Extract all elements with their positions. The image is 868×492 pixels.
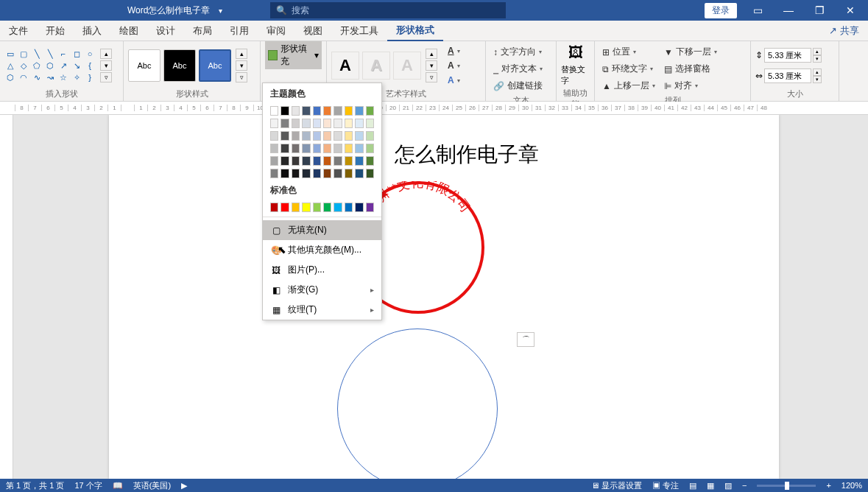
color-swatch[interactable] bbox=[334, 144, 342, 153]
color-swatch[interactable] bbox=[355, 106, 363, 116]
color-swatch[interactable] bbox=[355, 169, 363, 178]
style-preset-2[interactable]: Abc bbox=[163, 49, 196, 82]
color-swatch[interactable] bbox=[313, 203, 321, 212]
color-swatch[interactable] bbox=[292, 106, 300, 116]
color-swatch[interactable] bbox=[302, 203, 310, 212]
color-swatch[interactable] bbox=[345, 106, 353, 116]
height-down[interactable]: ▾ bbox=[813, 55, 822, 63]
color-swatch[interactable] bbox=[334, 119, 342, 128]
color-swatch[interactable] bbox=[313, 106, 321, 116]
layout-options-icon[interactable]: ⌒ bbox=[517, 332, 534, 347]
color-swatch[interactable] bbox=[366, 156, 374, 166]
color-swatch[interactable] bbox=[323, 119, 331, 128]
wordart-more[interactable]: ▴▾▿ bbox=[426, 49, 437, 82]
style-preset-3[interactable]: Abc bbox=[199, 49, 231, 82]
title-dropdown-icon[interactable]: ▾ bbox=[219, 7, 222, 15]
color-swatch[interactable] bbox=[355, 131, 363, 141]
page-indicator[interactable]: 第 1 页，共 1 页 bbox=[6, 480, 64, 491]
selection-pane-button[interactable]: ▤选择窗格 bbox=[661, 61, 720, 77]
picture-fill-item[interactable]: 🖼 图片(P)... bbox=[263, 260, 381, 280]
shapes-gallery[interactable]: ▭▢╲╲⌐◻○ △◇⬠⬡↗↘{ ⬡◠∿↝☆✧} bbox=[4, 49, 96, 82]
color-swatch[interactable] bbox=[270, 144, 278, 153]
focus-mode[interactable]: ▣ 专注 bbox=[652, 480, 679, 491]
texture-fill-item[interactable]: ▦ 纹理(T) ▸ bbox=[263, 300, 381, 320]
color-swatch[interactable] bbox=[280, 106, 289, 116]
tab-layout[interactable]: 布局 bbox=[184, 21, 221, 41]
color-swatch[interactable] bbox=[280, 119, 289, 128]
more-colors-item[interactable]: 🎨 其他填充颜色(M)... bbox=[263, 240, 381, 260]
text-fill-button[interactable]: A▾ bbox=[445, 44, 463, 57]
color-swatch[interactable] bbox=[366, 144, 374, 153]
print-layout-icon[interactable]: ▤ bbox=[689, 481, 696, 491]
shapes-more[interactable]: ▴▾▿ bbox=[100, 49, 112, 82]
minimize-icon[interactable]: — bbox=[778, 0, 799, 21]
shape-fill-button[interactable]: 形状填充 ▾ bbox=[265, 41, 322, 69]
color-swatch[interactable] bbox=[302, 106, 310, 116]
shape-width-input[interactable] bbox=[764, 68, 811, 83]
web-layout-icon[interactable]: ▨ bbox=[724, 481, 732, 491]
width-down[interactable]: ▾ bbox=[813, 76, 822, 83]
color-swatch[interactable] bbox=[366, 131, 374, 141]
color-swatch[interactable] bbox=[334, 106, 342, 116]
color-swatch[interactable] bbox=[334, 131, 342, 141]
tab-home[interactable]: 开始 bbox=[37, 21, 74, 41]
language-indicator[interactable]: 英语(美国) bbox=[133, 480, 171, 491]
color-swatch[interactable] bbox=[334, 169, 342, 178]
color-swatch[interactable] bbox=[313, 169, 321, 178]
color-swatch[interactable] bbox=[366, 119, 374, 128]
document-canvas[interactable]: 怎么制作电子章 深圳**文化有限公司 ⌒ bbox=[13, 115, 868, 479]
word-count[interactable]: 17 个字 bbox=[74, 480, 102, 491]
align-button[interactable]: ⊫对齐▾ bbox=[661, 78, 720, 94]
height-up[interactable]: ▴ bbox=[813, 48, 822, 55]
display-settings[interactable]: 🖥 显示器设置 bbox=[591, 480, 642, 491]
wordart-2[interactable]: A bbox=[362, 52, 390, 80]
tab-review[interactable]: 审阅 bbox=[258, 21, 294, 41]
color-swatch[interactable] bbox=[345, 131, 353, 141]
color-swatch[interactable] bbox=[323, 131, 331, 141]
color-swatch[interactable] bbox=[366, 169, 374, 178]
color-swatch[interactable] bbox=[366, 203, 374, 212]
theme-color-row[interactable] bbox=[263, 105, 381, 117]
color-swatch[interactable] bbox=[270, 106, 278, 116]
color-swatch[interactable] bbox=[345, 203, 353, 212]
color-swatch[interactable] bbox=[302, 169, 310, 178]
color-swatch[interactable] bbox=[292, 119, 300, 128]
style-more[interactable]: ▴▾▿ bbox=[236, 49, 247, 82]
color-swatch[interactable] bbox=[323, 156, 331, 166]
color-swatch[interactable] bbox=[323, 169, 331, 178]
color-swatch[interactable] bbox=[355, 144, 363, 153]
theme-shade-row[interactable] bbox=[263, 142, 381, 155]
color-swatch[interactable] bbox=[270, 169, 278, 178]
color-swatch[interactable] bbox=[323, 144, 331, 153]
color-swatch[interactable] bbox=[345, 144, 353, 153]
color-swatch[interactable] bbox=[355, 119, 363, 128]
tab-view[interactable]: 视图 bbox=[294, 21, 331, 41]
color-swatch[interactable] bbox=[323, 106, 331, 116]
color-swatch[interactable] bbox=[345, 156, 353, 166]
theme-shade-row[interactable] bbox=[263, 117, 381, 130]
wordart-3[interactable]: A bbox=[393, 52, 421, 80]
color-swatch[interactable] bbox=[366, 106, 374, 116]
style-preset-1[interactable]: Abc bbox=[128, 49, 160, 82]
position-button[interactable]: ⊞位置▾ bbox=[599, 44, 658, 60]
alt-text-icon[interactable]: 🖼 bbox=[568, 44, 583, 61]
search-box[interactable]: 🔍 搜索 bbox=[270, 2, 506, 18]
zoom-slider[interactable] bbox=[757, 485, 816, 487]
ribbon-display-icon[interactable]: ▭ bbox=[747, 0, 768, 21]
text-effects-button[interactable]: A▾ bbox=[445, 74, 463, 87]
color-swatch[interactable] bbox=[313, 119, 321, 128]
create-link-button[interactable]: 🔗创建链接 bbox=[490, 78, 546, 94]
tab-insert[interactable]: 插入 bbox=[74, 21, 110, 41]
color-swatch[interactable] bbox=[302, 156, 310, 166]
tab-draw[interactable]: 绘图 bbox=[110, 21, 147, 41]
color-swatch[interactable] bbox=[355, 156, 363, 166]
color-swatch[interactable] bbox=[323, 203, 331, 212]
macro-icon[interactable]: ▶ bbox=[181, 481, 187, 491]
color-swatch[interactable] bbox=[270, 203, 278, 212]
wrap-text-button[interactable]: ⧉环绕文字▾ bbox=[599, 61, 658, 77]
theme-shade-row[interactable] bbox=[263, 130, 381, 142]
standard-color-row[interactable] bbox=[263, 201, 381, 214]
color-swatch[interactable] bbox=[270, 119, 278, 128]
color-swatch[interactable] bbox=[292, 144, 300, 153]
tab-references[interactable]: 引用 bbox=[221, 21, 258, 41]
